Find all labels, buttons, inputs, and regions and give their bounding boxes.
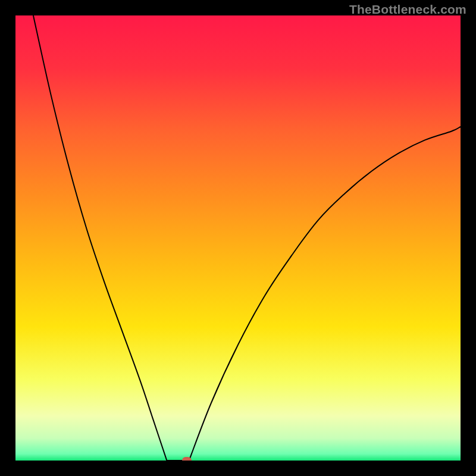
outer-frame: TheBottleneck.com: [0, 0, 476, 476]
bottleneck-curve: [15, 15, 461, 461]
plot-area: [15, 15, 461, 461]
minimum-marker-dot: [182, 457, 192, 461]
watermark-text: TheBottleneck.com: [349, 2, 466, 17]
curve-path: [33, 15, 461, 461]
